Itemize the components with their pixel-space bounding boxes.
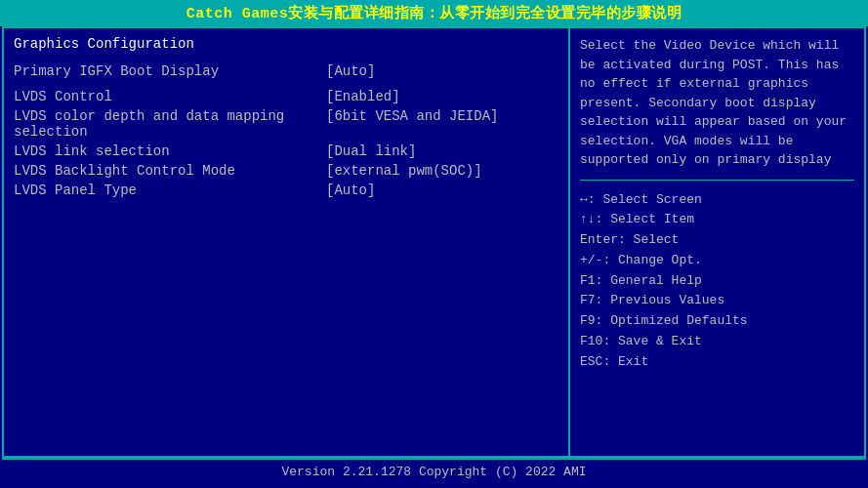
shortcut-esc: ESC: Exit xyxy=(580,352,854,373)
right-panel: Select the Video Device which will be ac… xyxy=(570,28,864,456)
shortcut-f9: F9: Optimized Defaults xyxy=(580,311,854,332)
config-value-lvds-color: [6bit VESA and JEIDA] xyxy=(326,108,498,124)
config-label-lvds-color: LVDS color depth and data mappingselecti… xyxy=(14,108,326,140)
shortcut-select-item: ↑↓: Select Item xyxy=(580,210,854,230)
config-value-lvds-panel: [Auto] xyxy=(326,183,375,198)
title-bar: Catch Games安装与配置详细指南：从零开始到完全设置完毕的步骤说明 xyxy=(0,0,868,26)
left-panel: Graphics Configuration Primary IGFX Boot… xyxy=(4,28,570,456)
help-text: Select the Video Device which will be ac… xyxy=(580,36,854,170)
config-value-lvds-link: [Dual link] xyxy=(326,143,416,159)
shortcut-area: ↔: Select Screen ↑↓: Select Item Enter: … xyxy=(580,190,854,373)
config-label-lvds-backlight: LVDS Backlight Control Mode xyxy=(14,163,326,179)
config-row-primary-igfx[interactable]: Primary IGFX Boot Display [Auto] xyxy=(14,63,558,79)
config-label-lvds-link: LVDS link selection xyxy=(14,143,326,159)
divider xyxy=(580,180,854,181)
footer: Version 2.21.1278 Copyright (C) 2022 AMI xyxy=(2,458,866,484)
shortcut-select-screen: ↔: Select Screen xyxy=(580,190,854,211)
main-container: Graphics Configuration Primary IGFX Boot… xyxy=(2,26,866,458)
section-title: Graphics Configuration xyxy=(14,36,558,52)
config-row-lvds-color[interactable]: LVDS color depth and data mappingselecti… xyxy=(14,108,558,140)
config-value-lvds-backlight: [external pwm(SOC)] xyxy=(326,163,482,179)
config-row-lvds-control[interactable]: LVDS Control [Enabled] xyxy=(14,89,558,104)
config-row-lvds-panel[interactable]: LVDS Panel Type [Auto] xyxy=(14,183,558,198)
config-row-lvds-link[interactable]: LVDS link selection [Dual link] xyxy=(14,143,558,159)
title-text: Catch Games安装与配置详细指南：从零开始到完全设置完毕的步骤说明 xyxy=(186,6,682,22)
config-label-lvds-panel: LVDS Panel Type xyxy=(14,183,326,198)
shortcut-f10: F10: Save & Exit xyxy=(580,332,854,352)
config-value-lvds-control: [Enabled] xyxy=(326,89,400,104)
shortcut-f7: F7: Previous Values xyxy=(580,291,854,311)
shortcut-enter: Enter: Select xyxy=(580,230,854,251)
config-label-lvds-control: LVDS Control xyxy=(14,89,326,104)
config-value-primary-igfx: [Auto] xyxy=(326,63,375,79)
config-label-primary-igfx: Primary IGFX Boot Display xyxy=(14,63,326,79)
shortcut-change-opt: +/-: Change Opt. xyxy=(580,251,854,271)
config-row-lvds-backlight[interactable]: LVDS Backlight Control Mode [external pw… xyxy=(14,163,558,179)
shortcut-f1: F1: General Help xyxy=(580,271,854,292)
help-text-content: Select the Video Device which will be ac… xyxy=(580,38,847,167)
footer-text: Version 2.21.1278 Copyright (C) 2022 AMI xyxy=(281,465,586,479)
